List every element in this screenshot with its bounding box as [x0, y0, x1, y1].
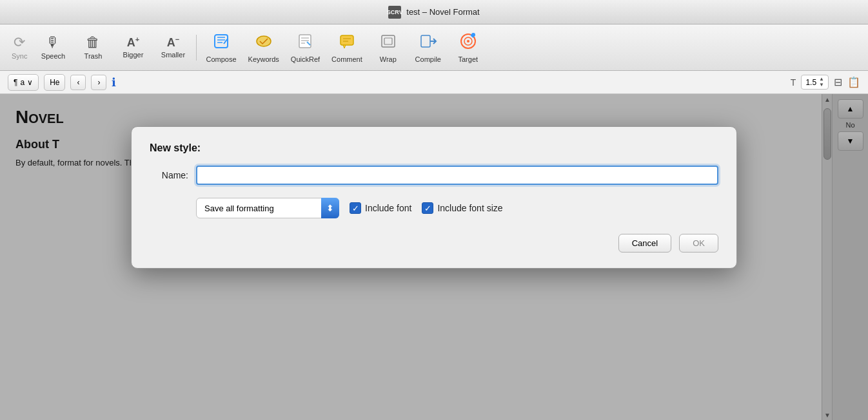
cancel-button[interactable]: Cancel	[618, 234, 671, 253]
name-label: Name:	[150, 170, 188, 180]
comment-button[interactable]: Comment	[326, 28, 368, 67]
compose-label: Compose	[206, 55, 236, 63]
trash-label: Trash	[84, 52, 103, 60]
right-controls: T 1.5 ▲ ▼ ⊟ 📋	[791, 75, 860, 90]
secondary-toolbar: ¶ a ∨ He ‹ › ℹ T 1.5 ▲ ▼ ⊟ 📋	[0, 71, 868, 94]
target-icon	[459, 32, 477, 53]
trash-button[interactable]: 🗑 Trash	[74, 28, 112, 67]
include-font-label: Include font	[365, 203, 411, 213]
format-dropdown-arrow: ∨	[27, 78, 33, 87]
quickref-button[interactable]: QuickRef	[286, 28, 325, 67]
target-button[interactable]: Target	[449, 28, 488, 67]
dialog-controls: Save all formatting Save character attri…	[150, 198, 718, 218]
wrap-button[interactable]: Wrap	[369, 28, 408, 67]
window-title: test – Novel Format	[406, 7, 479, 17]
line-spacing-stepper[interactable]: ▲ ▼	[819, 77, 824, 88]
nav-prev-button[interactable]: ‹	[70, 75, 86, 90]
stepper-up-icon[interactable]: ▲	[819, 77, 824, 82]
smaller-label: Smaller	[161, 51, 185, 59]
svg-rect-2	[299, 35, 311, 48]
content-area: Novel About T By default, format for nov…	[0, 94, 868, 420]
modal-overlay: New style: Name: Save all formatting Sav…	[0, 94, 868, 420]
style-label: He	[50, 78, 59, 87]
svg-point-10	[467, 40, 469, 43]
compose-icon	[212, 32, 230, 53]
smaller-button[interactable]: A− Smaller	[153, 28, 192, 67]
dialog-buttons: Cancel OK	[150, 234, 718, 253]
compile-icon	[419, 32, 437, 53]
nav-next-icon: ›	[97, 78, 100, 87]
quickref-icon	[296, 32, 314, 53]
title-bar: SCRV test – Novel Format	[0, 0, 868, 24]
include-font-size-group[interactable]: ✓ Include font size	[422, 202, 502, 214]
compile-label: Compile	[415, 55, 441, 63]
name-row: Name:	[150, 166, 718, 185]
comment-label: Comment	[331, 55, 362, 63]
bigger-icon: A+	[127, 36, 139, 48]
wrap-label: Wrap	[380, 55, 397, 63]
toolbar-separator-1	[196, 35, 197, 61]
svg-rect-6	[384, 38, 392, 44]
speech-label: Speech	[41, 52, 65, 60]
formatting-select[interactable]: Save all formatting Save character attri…	[196, 198, 339, 218]
compose-button[interactable]: Compose	[201, 28, 241, 67]
speech-button[interactable]: 🎙 Speech	[34, 28, 72, 67]
svg-rect-5	[382, 35, 395, 47]
style-button[interactable]: He	[44, 74, 65, 91]
quickref-label: QuickRef	[291, 55, 320, 63]
bigger-label: Bigger	[123, 51, 144, 59]
text-size-icon: T	[791, 77, 796, 88]
dialog-title: New style:	[150, 142, 718, 154]
keywords-label: Keywords	[248, 55, 279, 63]
format-label: a	[20, 78, 25, 87]
keywords-icon	[255, 32, 273, 53]
compile-button[interactable]: Compile	[409, 28, 448, 67]
svg-point-1	[257, 36, 271, 46]
comment-icon	[338, 32, 356, 53]
speech-icon: 🎙	[46, 35, 60, 50]
svg-rect-7	[421, 35, 430, 47]
keywords-button[interactable]: Keywords	[243, 28, 284, 67]
smaller-icon: A−	[167, 36, 179, 48]
name-input[interactable]	[196, 166, 718, 185]
include-font-group[interactable]: ✓ Include font	[350, 202, 411, 214]
include-font-size-checkbox[interactable]: ✓	[422, 202, 433, 214]
svg-marker-4	[343, 45, 346, 48]
include-font-size-label: Include font size	[437, 203, 502, 213]
formatting-select-wrapper: Save all formatting Save character attri…	[196, 198, 339, 218]
svg-rect-3	[340, 35, 353, 45]
bigger-button[interactable]: A+ Bigger	[113, 28, 152, 67]
toolbar: ⟳ Sync 🎙 Speech 🗑 Trash A+ Bigger A− Sma…	[0, 24, 868, 71]
sync-button[interactable]: ⟳ Sync	[6, 28, 32, 67]
paragraph-format-button[interactable]: ¶ a ∨	[8, 74, 39, 91]
line-spacing-control[interactable]: 1.5 ▲ ▼	[801, 75, 829, 90]
ok-button[interactable]: OK	[679, 234, 718, 253]
paragraph-icon: ¶	[14, 78, 17, 87]
trash-icon: 🗑	[86, 35, 100, 50]
nav-next-button[interactable]: ›	[91, 75, 106, 90]
target-label: Target	[458, 55, 478, 63]
sync-icon: ⟳	[14, 35, 25, 50]
stepper-down-icon[interactable]: ▼	[819, 82, 824, 88]
sync-label: Sync	[12, 52, 27, 60]
line-spacing-value: 1.5	[805, 78, 816, 87]
new-style-dialog: New style: Name: Save all formatting Sav…	[131, 126, 737, 269]
include-font-checkbox[interactable]: ✓	[350, 202, 361, 214]
wrap-icon	[379, 32, 397, 53]
svg-point-11	[471, 33, 475, 37]
app-icon: SCRV	[388, 6, 401, 19]
alert-icon: ℹ	[112, 75, 116, 90]
notes-icon: 📋	[847, 76, 860, 88]
columns-icon: ⊟	[834, 76, 842, 88]
nav-prev-icon: ‹	[77, 78, 79, 87]
